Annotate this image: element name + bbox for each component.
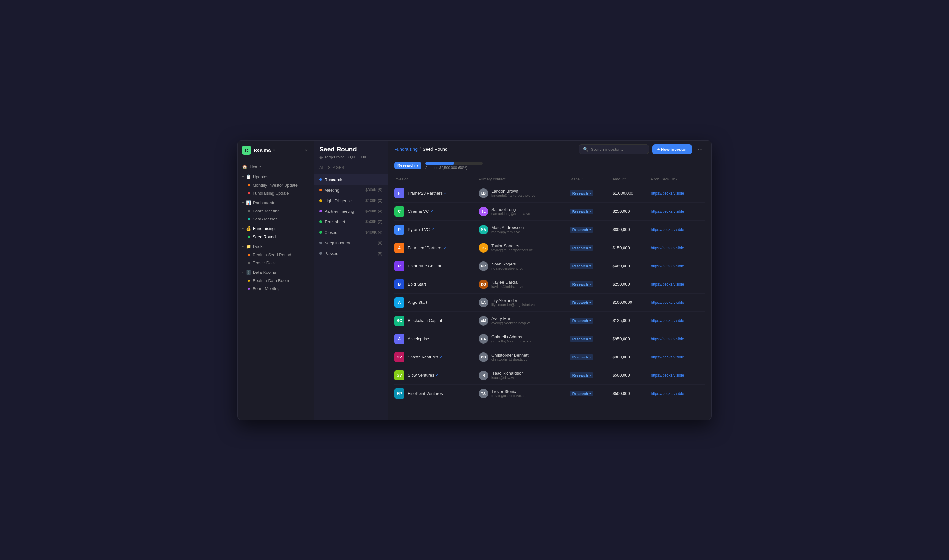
stage-cell-0[interactable]: Research ▾ — [567, 184, 610, 202]
stage-badge-dropdown[interactable]: ▾ — [589, 337, 591, 340]
stage-cell-2[interactable]: Research ▾ — [567, 220, 610, 238]
pitch-link-cell-1[interactable]: https://decks.visible — [648, 202, 705, 220]
stage-badge[interactable]: Research ▾ — [570, 245, 594, 251]
search-input[interactable] — [591, 147, 645, 152]
sidebar-item-monthly-update[interactable]: Monthly Investor Update — [238, 181, 314, 189]
contact-cell-inner: AM Avery Martin avery@blockchaincap.vc — [479, 316, 565, 326]
table-row[interactable]: FP FinePoint Ventures TS Trevor Stonic t… — [394, 384, 705, 403]
stage-badge[interactable]: Research ▾ — [570, 354, 594, 360]
table-row[interactable]: BC Blockchain Capital AM Avery Martin av… — [394, 311, 705, 330]
stage-cell-5[interactable]: Research ▾ — [567, 275, 610, 293]
pitch-link-cell-5[interactable]: https://decks.visible — [648, 275, 705, 293]
pitch-link-cell-2[interactable]: https://decks.visible — [648, 220, 705, 238]
search-box[interactable]: 🔍 — [579, 145, 649, 154]
stage-badge-dropdown[interactable]: ▾ — [589, 301, 591, 304]
sidebar-section-data-rooms-header[interactable]: ▾ 🗄️ Data Rooms — [238, 268, 314, 277]
stage-cell-8[interactable]: Research ▾ — [567, 330, 610, 348]
col-stage[interactable]: Stage ⇅ — [567, 173, 610, 184]
seed-round-label: Seed Round — [253, 234, 276, 239]
stage-item-partner-meeting[interactable]: Partner meeting $200K (4) — [314, 206, 387, 217]
table-row[interactable]: B Bold Start KG Kaylee Garcia kaylee@bol… — [394, 275, 705, 293]
pitch-link-cell-11[interactable]: https://decks.visible — [648, 384, 705, 403]
pitch-link-cell-8[interactable]: https://decks.visible — [648, 330, 705, 348]
stage-badge-dropdown[interactable]: ▾ — [589, 355, 591, 359]
stage-badge[interactable]: Research ▾ — [570, 227, 594, 232]
stage-badge-dropdown[interactable]: ▾ — [589, 265, 591, 268]
table-row[interactable]: P Pyramid VC ✓ MA Marc Andreessen marc@p… — [394, 220, 705, 238]
sidebar-item-home[interactable]: 🏠 Home — [238, 163, 314, 171]
sidebar-collapse-btn[interactable]: ⇤ — [306, 147, 310, 153]
sidebar-item-seed-round[interactable]: Seed Round — [238, 233, 314, 241]
stage-badge[interactable]: Research ▾ — [570, 282, 594, 287]
pitch-link-cell-7[interactable]: https://decks.visible — [648, 311, 705, 330]
sidebar-item-data-room-board[interactable]: Board Meeting — [238, 285, 314, 292]
stage-item-light-diligence[interactable]: Light Diligence $100K (3) — [314, 195, 387, 206]
app-dropdown-icon[interactable]: ▾ — [273, 148, 275, 152]
stage-dot — [319, 178, 322, 181]
contact-info: Isaac Richardson isaac@slow.vc — [491, 371, 523, 380]
table-row[interactable]: P Point Nine Capital NR Noah Rogers noah… — [394, 257, 705, 275]
stage-badge[interactable]: Research ▾ — [570, 300, 594, 305]
investor-name: Point Nine Capital — [408, 263, 441, 268]
stage-cell-6[interactable]: Research ▾ — [567, 293, 610, 311]
pitch-link-cell-4[interactable]: https://decks.visible — [648, 257, 705, 275]
sidebar-section-dashboards-header[interactable]: ▾ 📊 Dashboards — [238, 198, 314, 207]
stage-cell-7[interactable]: Research ▾ — [567, 311, 610, 330]
stage-cell-4[interactable]: Research ▾ — [567, 257, 610, 275]
stage-cell-11[interactable]: Research ▾ — [567, 384, 610, 403]
pitch-link-cell-10[interactable]: https://decks.visible — [648, 366, 705, 384]
stage-cell-10[interactable]: Research ▾ — [567, 366, 610, 384]
table-row[interactable]: A Acceleprise GA Gabriella Adams gabriel… — [394, 330, 705, 348]
table-row[interactable]: SV Slow Ventures ✓ IR Isaac Richardson i… — [394, 366, 705, 384]
stage-badge-dropdown[interactable]: ▾ — [589, 228, 591, 231]
amount-cell-8: $950,000 — [610, 330, 648, 348]
stage-badge[interactable]: Research ▾ — [570, 191, 594, 196]
stage-filter-badge[interactable]: Research ▾ — [394, 162, 421, 169]
stage-badge[interactable]: Research ▾ — [570, 372, 594, 378]
stage-badge-dropdown[interactable]: ▾ — [589, 283, 591, 286]
breadcrumb-fundraising[interactable]: Fundraising — [394, 147, 418, 152]
table-row[interactable]: F Framer23 Partners ✓ LB Landon Brown la… — [394, 184, 705, 202]
stage-item-term-sheet[interactable]: Term sheet $500K (2) — [314, 217, 387, 227]
sidebar-section-fundraising-header[interactable]: ▾ 💰 Fundraising — [238, 224, 314, 233]
stage-badge-dropdown[interactable]: ▾ — [589, 210, 591, 213]
stage-badge[interactable]: Research ▾ — [570, 391, 594, 397]
stage-badge-dropdown[interactable]: ▾ — [589, 319, 591, 322]
pitch-link-cell-6[interactable]: https://decks.visible — [648, 293, 705, 311]
sidebar-item-board-meeting[interactable]: Board Meeting — [238, 207, 314, 215]
table-row[interactable]: A AngelStart LA Lily Alexander lilyalexa… — [394, 293, 705, 311]
stage-badge[interactable]: Research ▾ — [570, 209, 594, 214]
stage-cell-9[interactable]: Research ▾ — [567, 348, 610, 366]
investor-cell-inner: P Point Nine Capital — [394, 261, 474, 271]
pitch-link-cell-0[interactable]: https://decks.visible — [648, 184, 705, 202]
stage-badge-dropdown[interactable]: ▾ — [589, 374, 591, 377]
new-investor-button[interactable]: + New investor — [652, 145, 692, 154]
stage-badge[interactable]: Research ▾ — [570, 263, 594, 269]
pitch-link-cell-3[interactable]: https://decks.visible — [648, 238, 705, 257]
sidebar-item-saas-metrics[interactable]: SaaS Metrics — [238, 215, 314, 223]
stage-cell-1[interactable]: Research ▾ — [567, 202, 610, 220]
table-row[interactable]: SV Shasta Ventures ✓ CB Christopher Benn… — [394, 348, 705, 366]
stage-cell-3[interactable]: Research ▾ — [567, 238, 610, 257]
sidebar-section-updates-header[interactable]: ▾ 📋 Updates — [238, 172, 314, 181]
stage-badge-dropdown[interactable]: ▾ — [589, 392, 591, 395]
table-row[interactable]: 4 Four Leaf Partners ✓ TS Taylor Sanders… — [394, 238, 705, 257]
stage-item-keep-in-touch[interactable]: Keep in touch (0) — [314, 238, 387, 248]
stage-badge-dropdown[interactable]: ▾ — [589, 192, 591, 195]
table-row[interactable]: C Cinema VC ✓ SL Samuel Long samuel.long… — [394, 202, 705, 220]
sidebar-item-teaser-deck[interactable]: Teaser Deck — [238, 259, 314, 267]
pitch-link-cell-9[interactable]: https://decks.visible — [648, 348, 705, 366]
sidebar-item-realma-seed-round[interactable]: Realma Seed Round — [238, 251, 314, 259]
sidebar-item-realma-data-room[interactable]: Realma Data Room — [238, 277, 314, 285]
verified-icon: ✓ — [444, 246, 447, 250]
stage-badge-dropdown[interactable]: ▾ — [589, 246, 591, 249]
more-options-button[interactable]: ··· — [695, 145, 705, 154]
stage-item-research[interactable]: Research — [314, 174, 387, 185]
stage-badge[interactable]: Research ▾ — [570, 336, 594, 342]
sidebar-section-decks-header[interactable]: ▾ 📁 Decks — [238, 242, 314, 251]
sidebar-item-fundraising-update[interactable]: Fundraising Update — [238, 189, 314, 197]
stage-badge[interactable]: Research ▾ — [570, 318, 594, 324]
stage-item-meeting[interactable]: Meeting $300K (5) — [314, 185, 387, 195]
stage-item-passed[interactable]: Passed (0) — [314, 248, 387, 259]
stage-item-closed[interactable]: Closed $400K (4) — [314, 227, 387, 238]
